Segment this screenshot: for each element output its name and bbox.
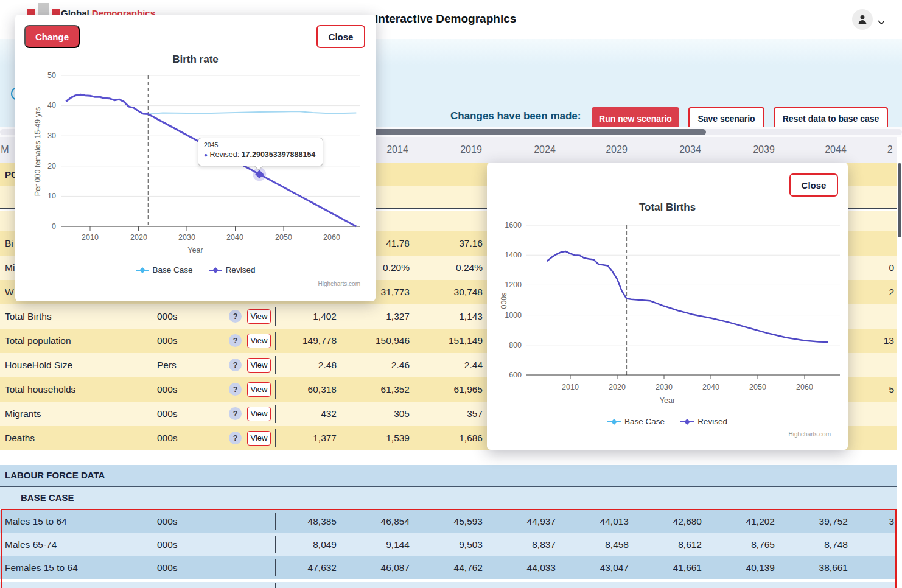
x-tick: 2030 bbox=[649, 383, 679, 391]
row-unit: 000s bbox=[157, 329, 178, 353]
revised-series bbox=[547, 251, 828, 342]
cell-value: 1,327 bbox=[386, 304, 410, 329]
row-unit: 000s bbox=[157, 402, 178, 426]
column-divider bbox=[275, 332, 276, 350]
legend-marker-icon bbox=[209, 267, 222, 273]
view-button[interactable]: View bbox=[247, 407, 271, 421]
legend-marker-icon bbox=[680, 419, 694, 425]
chart-title: Total Births bbox=[487, 201, 848, 214]
cell-value: 0.24% bbox=[456, 256, 483, 280]
x-tick: 2050 bbox=[743, 383, 773, 391]
year-header: 2014 bbox=[386, 144, 408, 155]
column-divider bbox=[275, 429, 276, 447]
legend-item-base-case[interactable]: Base Case bbox=[607, 417, 665, 426]
highcharts-credit[interactable]: Highcharts.com bbox=[318, 281, 360, 287]
year-header: 2034 bbox=[679, 144, 701, 155]
cell-value: 151,149 bbox=[449, 329, 483, 353]
chart-tooltip: 2045 ● Revised: 17.290353397888154 bbox=[198, 138, 323, 166]
help-icon[interactable]: ? bbox=[229, 334, 242, 347]
base-case-series bbox=[148, 111, 356, 114]
help-icon[interactable]: ? bbox=[229, 359, 242, 371]
cell-value: 1,402 bbox=[313, 304, 337, 329]
help-icon[interactable]: ? bbox=[229, 407, 242, 420]
close-button[interactable]: Close bbox=[316, 25, 365, 48]
legend-marker-icon bbox=[136, 267, 149, 273]
help-icon[interactable]: ? bbox=[229, 432, 242, 444]
x-tick: 2060 bbox=[789, 383, 820, 391]
cell-value-partial: 0 bbox=[889, 256, 894, 280]
year-header: 2044 bbox=[825, 144, 847, 155]
measure-column-header: M bbox=[1, 144, 9, 155]
vertical-scrollbar-thumb[interactable] bbox=[898, 163, 901, 237]
y-tick: 0 bbox=[33, 222, 56, 231]
chart-title: Birth rate bbox=[15, 54, 376, 66]
tooltip-year: 2045 bbox=[204, 141, 317, 149]
help-icon[interactable]: ? bbox=[229, 383, 242, 396]
x-tick: 2010 bbox=[555, 383, 586, 391]
cell-value: 357 bbox=[467, 402, 483, 426]
chevron-down-icon[interactable] bbox=[878, 16, 885, 27]
close-button[interactable]: Close bbox=[789, 173, 838, 197]
column-divider bbox=[275, 307, 276, 326]
cell-value: 150,946 bbox=[376, 329, 410, 353]
cell-value: 1,686 bbox=[459, 426, 483, 450]
legend-item-revised[interactable]: Revised bbox=[680, 417, 727, 426]
view-button[interactable]: View bbox=[247, 334, 271, 348]
cell-value: 1,539 bbox=[386, 426, 410, 450]
view-button[interactable]: View bbox=[247, 309, 271, 324]
y-tick: 800 bbox=[498, 341, 522, 349]
row-label: Mi bbox=[5, 256, 15, 280]
column-divider bbox=[275, 356, 276, 374]
user-avatar[interactable] bbox=[852, 9, 873, 30]
year-header: 2019 bbox=[460, 144, 482, 155]
cell-value: 2.46 bbox=[391, 353, 410, 377]
year-header: 2039 bbox=[753, 144, 775, 155]
chart-legend: Base Case Revised bbox=[15, 265, 376, 275]
cell-value: 149,778 bbox=[302, 329, 337, 353]
x-tick: 2010 bbox=[75, 233, 105, 242]
legend-marker-icon bbox=[607, 419, 621, 425]
cell-value-partial: 5 bbox=[889, 377, 894, 402]
help-icon[interactable]: ? bbox=[229, 310, 242, 323]
column-divider bbox=[275, 380, 276, 399]
cell-value: 60,318 bbox=[308, 377, 337, 402]
y-tick: 50 bbox=[33, 71, 56, 80]
x-axis-label: Year bbox=[487, 396, 848, 405]
labour-base-case-label: BASE CASE bbox=[21, 487, 74, 509]
cell-value: 41.78 bbox=[386, 231, 410, 256]
total-births-chart[interactable] bbox=[526, 225, 840, 382]
row-label: W bbox=[5, 280, 14, 304]
view-button[interactable]: View bbox=[247, 358, 271, 373]
legend-item-revised[interactable]: Revised bbox=[209, 265, 256, 275]
y-tick: 1200 bbox=[498, 281, 522, 289]
y-tick: 1600 bbox=[498, 221, 522, 229]
cell-value: 37.16 bbox=[459, 231, 483, 256]
legend-item-base-case[interactable]: Base Case bbox=[136, 265, 193, 275]
x-tick: 2060 bbox=[316, 233, 347, 242]
total-births-modal: Close Total Births 1600 1400 1200 1000 8… bbox=[487, 163, 848, 450]
cell-value: 0.20% bbox=[383, 256, 410, 280]
cell-value: 61,965 bbox=[454, 377, 483, 402]
highcharts-credit[interactable]: Highcharts.com bbox=[789, 431, 831, 438]
row-label: Total households bbox=[5, 377, 75, 402]
page-title: Interactive Demographics bbox=[375, 12, 516, 26]
year-header: 2029 bbox=[606, 144, 628, 155]
y-axis-label: Per 000 females 15-49 yrs bbox=[33, 103, 42, 200]
cell-value: 1,377 bbox=[313, 426, 337, 450]
birth-rate-modal: Change Close Birth rate 50 40 30 20 10 0… bbox=[15, 15, 376, 301]
cell-value: 61,352 bbox=[381, 377, 410, 402]
row-unit: 000s bbox=[157, 377, 178, 402]
row-unit: 000s bbox=[157, 426, 178, 450]
y-axis-label: 000s bbox=[500, 289, 508, 313]
change-button[interactable]: Change bbox=[24, 25, 80, 48]
cell-value: 432 bbox=[321, 402, 337, 426]
view-button[interactable]: View bbox=[247, 431, 271, 446]
row-label: Bi bbox=[5, 231, 13, 256]
row-unit: Pers bbox=[157, 353, 177, 377]
row-label: HouseHold Size bbox=[5, 353, 72, 377]
column-divider bbox=[275, 405, 276, 423]
logo-bar-icon bbox=[38, 3, 49, 15]
view-button[interactable]: View bbox=[247, 382, 271, 397]
cell-value-partial: 2 bbox=[889, 280, 894, 304]
y-tick: 600 bbox=[498, 371, 522, 379]
